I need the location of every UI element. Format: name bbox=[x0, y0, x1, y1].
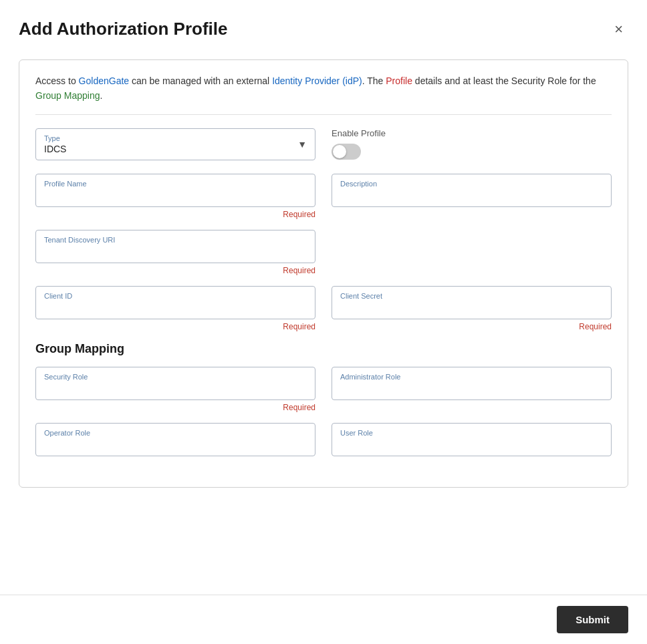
client-id-input[interactable] bbox=[44, 302, 307, 313]
client-secret-required: Required bbox=[332, 322, 612, 331]
administrator-role-field: Administrator Role bbox=[332, 367, 612, 400]
description-field: Description bbox=[332, 174, 612, 207]
idp-link[interactable]: Identity Provider (idP) bbox=[272, 75, 362, 86]
security-role-group: Security Role Required bbox=[35, 367, 315, 412]
type-enable-row: Type IDCS ▼ Enable Profile bbox=[35, 128, 612, 160]
chevron-down-icon: ▼ bbox=[297, 139, 307, 150]
group-mapping-section: Group Mapping Security Role Required Adm… bbox=[35, 342, 612, 456]
client-id-group: Client ID Required bbox=[35, 286, 315, 331]
group-mapping-link[interactable]: Group Mapping bbox=[35, 90, 100, 101]
modal-body: Access to GoldenGate can be managed with… bbox=[0, 53, 647, 595]
user-role-label: User Role bbox=[340, 429, 603, 437]
tenant-discovery-group: Tenant Discovery URI Required bbox=[35, 230, 315, 275]
client-id-required: Required bbox=[35, 322, 315, 331]
security-role-field: Security Role bbox=[35, 367, 315, 400]
client-secret-field: Client Secret bbox=[332, 286, 612, 319]
type-group: Type IDCS ▼ bbox=[35, 128, 315, 160]
type-value: IDCS bbox=[44, 144, 297, 154]
security-role-label: Security Role bbox=[44, 373, 307, 381]
operator-role-field: Operator Role bbox=[35, 423, 315, 456]
type-select[interactable]: Type IDCS ▼ bbox=[35, 128, 315, 160]
modal-title: Add Authorization Profile bbox=[19, 19, 227, 39]
modal-footer: Submit bbox=[0, 595, 647, 644]
administrator-role-input[interactable] bbox=[340, 383, 603, 393]
enable-profile-section: Enable Profile bbox=[332, 128, 386, 160]
user-role-group: User Role bbox=[332, 423, 612, 456]
profile-name-label: Profile Name bbox=[44, 180, 307, 188]
administrator-role-group: Administrator Role bbox=[332, 367, 612, 400]
profile-name-description-row: Profile Name Required Description bbox=[35, 174, 612, 219]
tenant-discovery-row: Tenant Discovery URI Required bbox=[35, 230, 612, 275]
security-role-required: Required bbox=[35, 403, 315, 412]
client-secret-input[interactable] bbox=[340, 302, 603, 313]
tenant-discovery-input[interactable] bbox=[44, 246, 307, 257]
description-input[interactable] bbox=[340, 190, 603, 200]
group-mapping-title: Group Mapping bbox=[35, 342, 612, 356]
profile-link[interactable]: Profile bbox=[386, 75, 412, 86]
client-row: Client ID Required Client Secret Require… bbox=[35, 286, 612, 331]
submit-button[interactable]: Submit bbox=[557, 606, 628, 633]
client-id-field: Client ID bbox=[35, 286, 315, 319]
info-text: Access to GoldenGate can be managed with… bbox=[35, 73, 612, 115]
client-id-label: Client ID bbox=[44, 292, 307, 300]
tenant-discovery-label: Tenant Discovery URI bbox=[44, 236, 307, 244]
enable-profile-toggle[interactable] bbox=[332, 144, 361, 160]
operator-role-group: Operator Role bbox=[35, 423, 315, 456]
administrator-role-label: Administrator Role bbox=[340, 373, 603, 381]
user-role-input[interactable] bbox=[340, 439, 603, 450]
security-role-input[interactable] bbox=[44, 383, 307, 393]
operator-role-label: Operator Role bbox=[44, 429, 307, 437]
security-admin-row: Security Role Required Administrator Rol… bbox=[35, 367, 612, 412]
enable-profile-label: Enable Profile bbox=[332, 128, 386, 138]
client-secret-group: Client Secret Required bbox=[332, 286, 612, 331]
profile-name-required: Required bbox=[35, 210, 315, 219]
description-group: Description bbox=[332, 174, 612, 207]
modal-overlay: Add Authorization Profile × Access to Go… bbox=[0, 0, 647, 644]
user-role-field: User Role bbox=[332, 423, 612, 456]
operator-user-row: Operator Role User Role bbox=[35, 423, 612, 456]
goldengatelink[interactable]: GoldenGate bbox=[79, 75, 130, 86]
close-button[interactable]: × bbox=[612, 19, 626, 39]
profile-name-input[interactable] bbox=[44, 190, 307, 200]
profile-name-group: Profile Name Required bbox=[35, 174, 315, 219]
client-secret-label: Client Secret bbox=[340, 292, 603, 300]
tenant-discovery-required: Required bbox=[35, 266, 315, 275]
operator-role-input[interactable] bbox=[44, 439, 307, 450]
modal-header: Add Authorization Profile × bbox=[0, 0, 647, 53]
content-box: Access to GoldenGate can be managed with… bbox=[19, 59, 628, 488]
profile-name-field: Profile Name bbox=[35, 174, 315, 207]
type-label: Type bbox=[44, 134, 297, 142]
description-label: Description bbox=[340, 180, 603, 188]
tenant-discovery-field: Tenant Discovery URI bbox=[35, 230, 315, 263]
